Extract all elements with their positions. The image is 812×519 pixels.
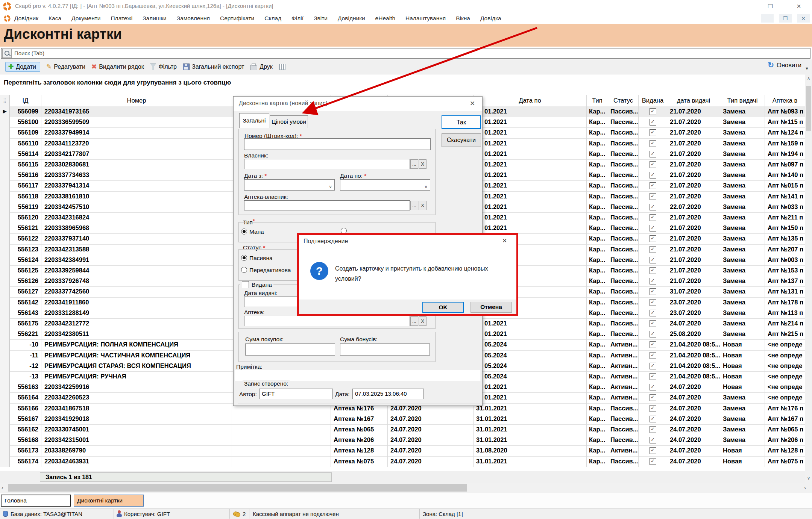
created-date-input[interactable]: 07.03.2025 13:06:40 xyxy=(352,389,424,399)
pharmacy-input[interactable] xyxy=(244,316,410,326)
issued-checkbox[interactable]: ✓ xyxy=(650,193,656,200)
issued-checkbox[interactable]: ✓ xyxy=(650,458,656,465)
issued-checkbox[interactable]: ✓ xyxy=(650,257,656,263)
issued-checkbox[interactable]: ✓ xyxy=(650,288,656,295)
owner-pharmacy-lookup-button[interactable]: ... xyxy=(410,201,418,210)
issued-checkbox[interactable]: ✓ xyxy=(650,352,656,359)
column-header-date-to[interactable]: Дата по xyxy=(474,95,587,107)
ok-button[interactable]: OK xyxy=(422,302,464,313)
column-header-issue-type[interactable]: Тип видачі xyxy=(720,95,765,107)
issued-checkbox[interactable]: ✓ xyxy=(650,182,656,189)
chevron-down-icon[interactable]: ∨ xyxy=(329,182,332,191)
pharmacy-clear-button[interactable]: X xyxy=(419,316,426,326)
issued-checkbox[interactable]: ✓ xyxy=(650,267,656,274)
confirm-cancel-button[interactable]: Отмена xyxy=(471,302,512,313)
status-passive-radio[interactable] xyxy=(241,255,247,261)
issued-checkbox[interactable]: ✓ xyxy=(650,119,656,126)
issued-checkbox[interactable]: ✓ xyxy=(650,246,656,253)
issued-checkbox[interactable]: ✓ xyxy=(650,426,656,433)
owner-pharmacy-input[interactable] xyxy=(244,200,410,210)
cell-id: 556127 xyxy=(10,286,41,297)
date-from-combo[interactable]: ∨ xyxy=(244,179,335,191)
column-header-status[interactable]: Статус xyxy=(608,95,639,107)
issued-checkbox[interactable]: ✓ xyxy=(650,140,656,147)
issued-checkbox[interactable]: ✓ xyxy=(650,225,656,232)
issued-checkbox[interactable]: ✓ xyxy=(650,214,656,221)
issued-checkbox[interactable]: ✓ xyxy=(650,394,656,401)
column-header-issue-date[interactable]: дата видачі xyxy=(667,95,720,107)
owner-clear-button[interactable]: X xyxy=(419,159,426,169)
type-map-label: Мапа xyxy=(249,228,264,235)
issued-checkbox[interactable]: ✓ xyxy=(650,373,656,380)
column-header-number[interactable]: Номер xyxy=(41,95,232,107)
bonuses-input[interactable] xyxy=(340,343,430,356)
owner-pharmacy-clear-button[interactable]: X xyxy=(419,201,426,210)
issued-checkbox[interactable]: ✓ xyxy=(650,172,656,179)
table-row[interactable]: 5561682203342315001Аптека №20624.07.2020… xyxy=(0,435,805,446)
column-header-id[interactable]: ІД xyxy=(10,95,41,107)
barcode-input[interactable] xyxy=(244,138,431,150)
cell-ti: Замена xyxy=(720,392,765,403)
column-header-type[interactable]: Тип xyxy=(587,95,608,107)
horizontal-scroll-thumb[interactable] xyxy=(8,484,467,492)
dialog-close-icon[interactable]: ✕ xyxy=(470,100,475,107)
vertical-scrollbar[interactable]: ∧ ∨ xyxy=(805,74,812,483)
column-header-issue-pharmacy[interactable]: Аптека в xyxy=(765,95,805,107)
scroll-left-icon[interactable]: ‹ xyxy=(2,484,3,491)
issued-checkbox[interactable]: ✓ xyxy=(650,384,656,390)
scroll-right-icon[interactable]: › xyxy=(804,484,806,491)
issued-checkbox[interactable]: ✓ xyxy=(650,278,656,284)
pharmacy-lookup-button[interactable]: ... xyxy=(410,316,418,326)
cell-di: 24.07.2020 xyxy=(667,403,720,414)
issued-checkbox[interactable]: ✓ xyxy=(650,299,656,306)
table-row[interactable]: 5561622203330745001Аптека №06524.07.2020… xyxy=(0,424,805,435)
status-preactivated-radio[interactable] xyxy=(241,267,247,273)
issued-checkbox[interactable]: ✓ xyxy=(650,405,656,412)
scroll-up-icon[interactable]: ∧ xyxy=(805,76,812,81)
issued-checkbox[interactable]: ✓ xyxy=(650,151,656,157)
cell-st: Активн... xyxy=(608,350,639,361)
cell-av: Апт №211 п xyxy=(765,212,805,223)
cell-st: Пассив... xyxy=(608,127,639,138)
issued-checkbox[interactable]: ✓ xyxy=(650,129,656,136)
issued-checkbox[interactable]: ✓ xyxy=(650,320,656,327)
type-map-radio[interactable] xyxy=(241,228,247,235)
tab-price-conditions[interactable]: Цінові умови xyxy=(270,115,308,128)
purchases-input[interactable] xyxy=(245,343,335,356)
yes-button[interactable]: Так xyxy=(442,115,481,129)
cell-tip: Кар... xyxy=(587,138,608,149)
row-selector-header[interactable]: ⣿ xyxy=(0,95,10,107)
chevron-down-icon[interactable]: ∨ xyxy=(424,182,428,191)
issued-checkbox[interactable]: ✓ xyxy=(650,437,656,443)
issued-checkbox[interactable]: ✓ xyxy=(650,108,656,115)
date-to-combo[interactable]: ∨ xyxy=(340,179,430,191)
table-row[interactable]: 556173203338269790Аптека №12824.07.20203… xyxy=(0,445,805,456)
cell-num: 2203342380511 xyxy=(41,329,232,339)
note-input[interactable] xyxy=(235,370,481,381)
vertical-scroll-thumb[interactable] xyxy=(806,86,811,131)
horizontal-scrollbar[interactable]: ‹ › xyxy=(0,483,812,493)
issued-checkbox[interactable]: ✓ xyxy=(650,363,656,369)
issued-checkbox[interactable]: ✓ xyxy=(650,447,656,454)
column-header-issued[interactable]: Видана xyxy=(639,95,667,107)
issued-checkbox[interactable]: ✓ xyxy=(650,310,656,316)
cell-di: 24.07.2020 xyxy=(667,435,720,445)
issued-checkbox[interactable]: ✓ xyxy=(650,204,656,210)
issued-checkbox[interactable] xyxy=(242,281,249,288)
issued-checkbox[interactable]: ✓ xyxy=(650,161,656,168)
table-row[interactable]: 5561672203341929018Аптека №16724.07.2020… xyxy=(0,414,805,425)
scroll-down-icon[interactable]: ∨ xyxy=(805,476,812,481)
tab-general[interactable]: Загальні xyxy=(239,113,269,128)
issued-checkbox[interactable]: ✓ xyxy=(650,341,656,348)
issued-checkbox[interactable]: ✓ xyxy=(650,235,656,242)
cancel-button[interactable]: Скасувати xyxy=(442,133,481,147)
cell-st: Пассив... xyxy=(608,297,639,308)
table-row[interactable]: 5561742203342463931Аптека №07524.07.2020… xyxy=(0,456,805,467)
cell-num: 2203342177807 xyxy=(41,149,232,159)
owner-input[interactable] xyxy=(244,159,410,169)
issued-checkbox[interactable]: ✓ xyxy=(650,416,656,422)
issued-checkbox[interactable]: ✓ xyxy=(650,331,656,337)
owner-lookup-button[interactable]: ... xyxy=(410,159,418,169)
confirmation-close-icon[interactable]: ✕ xyxy=(502,237,507,244)
author-input[interactable]: GIFT xyxy=(259,389,333,399)
